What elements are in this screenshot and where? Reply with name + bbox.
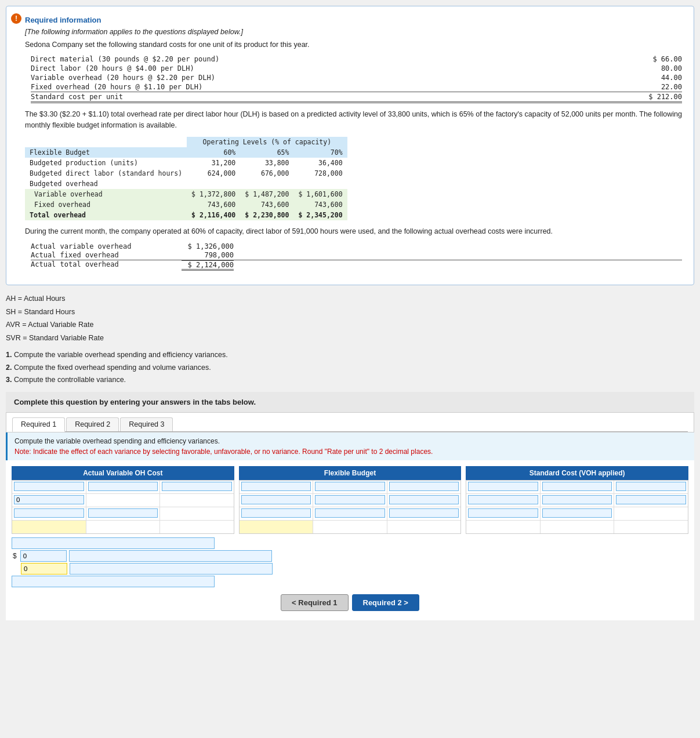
var-cell[interactable] bbox=[466, 481, 541, 493]
col2-header: Flexible Budget bbox=[239, 466, 462, 480]
input-cell[interactable] bbox=[14, 482, 84, 491]
var-cell[interactable] bbox=[614, 481, 688, 493]
tab-required2[interactable]: Required 2 bbox=[66, 417, 119, 431]
tabs: Required 1 Required 2 Required 3 bbox=[12, 417, 688, 432]
input-cell[interactable] bbox=[241, 495, 311, 504]
var-row bbox=[12, 481, 234, 494]
var-cell[interactable] bbox=[313, 481, 387, 493]
var-cell[interactable] bbox=[541, 507, 615, 520]
variance-grid: Actual Variable OH Cost bbox=[12, 466, 688, 534]
input-cell[interactable] bbox=[88, 508, 158, 518]
variance-select-2[interactable] bbox=[70, 563, 273, 575]
var-cell[interactable] bbox=[12, 481, 86, 493]
info-icon: ! bbox=[11, 13, 21, 24]
card-intro: Sedona Company set the following standar… bbox=[25, 41, 682, 49]
tabs-container: Required 1 Required 2 Required 3 bbox=[6, 412, 694, 432]
input-cell[interactable] bbox=[389, 508, 459, 518]
table-row: Variable overhead $ 1,372,800 $ 1,487,20… bbox=[25, 189, 347, 199]
var-row bbox=[12, 507, 234, 521]
instruction-item-2: 2. Compute the fixed overhead spending a… bbox=[6, 362, 694, 374]
input-cell[interactable] bbox=[468, 495, 538, 504]
var-cell[interactable] bbox=[160, 481, 234, 493]
input-cell[interactable] bbox=[389, 482, 459, 491]
instruction-bar: Compute the variable overhead spending a… bbox=[6, 432, 694, 460]
info-card: ! Required information [The following in… bbox=[6, 6, 694, 285]
tab-required3[interactable]: Required 3 bbox=[120, 417, 173, 431]
variance-value-input-1[interactable] bbox=[20, 550, 67, 562]
var-cell[interactable] bbox=[86, 481, 161, 493]
input-cell[interactable] bbox=[389, 495, 459, 504]
input-cell[interactable] bbox=[315, 495, 385, 504]
input-cell[interactable] bbox=[542, 495, 612, 504]
legend-item: SVR = Standard Variable Rate bbox=[6, 332, 694, 345]
input-cell[interactable] bbox=[315, 508, 385, 518]
var-cell[interactable] bbox=[614, 494, 688, 507]
input-cell[interactable] bbox=[88, 482, 158, 491]
var-cell[interactable] bbox=[387, 507, 461, 520]
variance-value-input-2[interactable] bbox=[21, 563, 67, 575]
var-row bbox=[466, 494, 688, 507]
var-cell bbox=[313, 521, 387, 533]
var-row bbox=[466, 481, 688, 494]
bottom-row-4 bbox=[12, 576, 688, 587]
var-cell[interactable] bbox=[541, 481, 615, 493]
input-cell[interactable] bbox=[616, 482, 686, 491]
variance-select-1[interactable] bbox=[69, 550, 272, 562]
var-cell[interactable] bbox=[240, 507, 314, 520]
var-cell[interactable] bbox=[240, 481, 314, 493]
var-row bbox=[466, 521, 688, 533]
input-cell[interactable] bbox=[468, 508, 538, 518]
input-cell[interactable] bbox=[14, 508, 84, 518]
table-row: Budgeted overhead bbox=[25, 179, 347, 189]
var-cell[interactable] bbox=[12, 494, 86, 507]
var-cell[interactable] bbox=[387, 494, 461, 507]
var-cell bbox=[86, 521, 161, 533]
var-cell[interactable] bbox=[387, 481, 461, 493]
var-cell[interactable] bbox=[313, 494, 387, 507]
tab-required1[interactable]: Required 1 bbox=[12, 417, 65, 432]
instruction-text: Compute the variable overhead spending a… bbox=[14, 436, 687, 446]
table-row: Budgeted production (units) 31,200 33,80… bbox=[25, 158, 347, 168]
standard-cost-total-row: Standard cost per unit $ 212.00 bbox=[31, 92, 682, 103]
var-row bbox=[12, 494, 234, 507]
var-row bbox=[240, 481, 461, 494]
input-cell[interactable] bbox=[241, 508, 311, 518]
var-cell bbox=[160, 494, 234, 507]
var-cell bbox=[86, 494, 161, 507]
var-cell[interactable] bbox=[240, 494, 314, 507]
legend-item: SH = Standard Hours bbox=[6, 306, 694, 319]
actual-row: Actual fixed overhead 798,000 bbox=[31, 251, 682, 259]
col2-body bbox=[239, 480, 462, 534]
var-cell-yellow bbox=[12, 521, 86, 533]
actual-total-row: Actual total overhead $ 2,124,000 bbox=[31, 260, 682, 271]
var-row bbox=[12, 521, 234, 533]
variance-label-input-1[interactable] bbox=[12, 537, 215, 549]
input-cell[interactable] bbox=[542, 482, 612, 491]
input-cell[interactable] bbox=[162, 482, 232, 491]
variance-label-input-2[interactable] bbox=[12, 576, 215, 587]
var-cell[interactable] bbox=[12, 507, 86, 520]
input-cell[interactable] bbox=[616, 495, 686, 504]
var-cell[interactable] bbox=[466, 507, 541, 520]
flexible-budget-table: Operating Levels (% of capacity) Flexibl… bbox=[25, 137, 347, 220]
table-row: Budgeted direct labor (standard hours) 6… bbox=[25, 168, 347, 179]
var-cell[interactable] bbox=[466, 494, 541, 507]
card-subtitle: [The following information applies to th… bbox=[25, 28, 682, 36]
input-cell[interactable] bbox=[315, 482, 385, 491]
var-cell[interactable] bbox=[86, 507, 161, 520]
input-cell[interactable] bbox=[468, 482, 538, 491]
variance-section: Actual Variable OH Cost bbox=[6, 460, 694, 620]
var-cell[interactable] bbox=[313, 507, 387, 520]
page-wrapper: ! Required information [The following in… bbox=[0, 0, 700, 626]
next-button[interactable]: Required 2 > bbox=[352, 594, 419, 611]
current-month-note: During the current month, the company op… bbox=[25, 226, 682, 237]
legend: AH = Actual Hours SH = Standard Hours AV… bbox=[6, 292, 694, 344]
prev-button[interactable]: < Required 1 bbox=[281, 594, 348, 611]
var-cell bbox=[541, 521, 615, 533]
input-cell[interactable] bbox=[241, 482, 311, 491]
var-row bbox=[466, 507, 688, 521]
input-cell[interactable] bbox=[14, 495, 84, 504]
instruction-item-1: 1. Compute the variable overhead spendin… bbox=[6, 349, 694, 361]
var-cell[interactable] bbox=[541, 494, 615, 507]
input-cell[interactable] bbox=[542, 508, 612, 518]
